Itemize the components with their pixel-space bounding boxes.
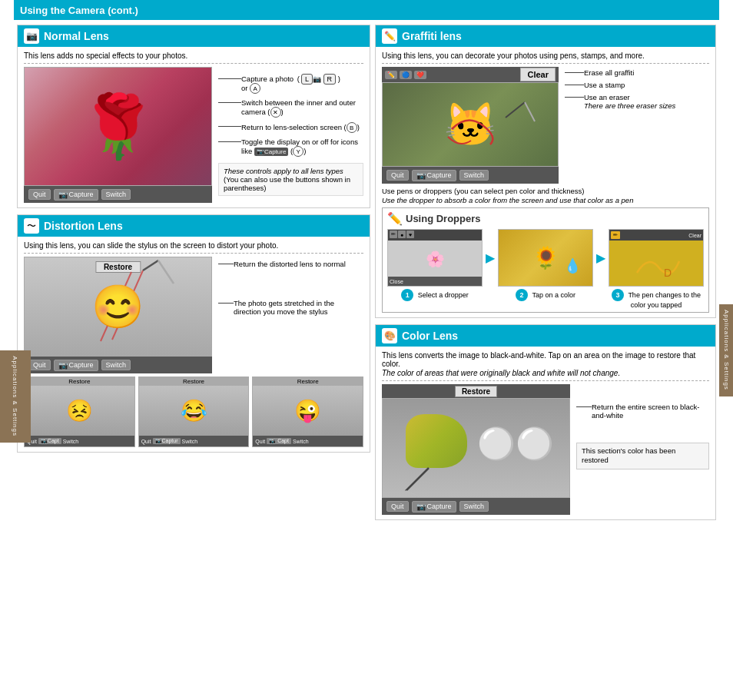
- distortion-lens-title: Distortion Lens: [44, 220, 123, 232]
- normal-lens-section: 📷 Normal Lens This lens adds no special …: [17, 25, 370, 208]
- normal-lens-desc: This lens adds no special effects to you…: [24, 51, 363, 60]
- distortion-annotations: Return the distorted lens to normal The …: [218, 257, 363, 373]
- color-note-annotation: This section's color has been restored: [576, 443, 709, 469]
- thumb-3-capture[interactable]: 📷 Capt: [267, 438, 291, 444]
- color-lens-section: 🎨 Color Lens This lens converts the imag…: [375, 324, 716, 520]
- graffiti-lens-content: Using this lens, you can decorate your p…: [376, 47, 715, 317]
- svg-line-7: [406, 468, 429, 491]
- content-area: 📷 Normal Lens This lens adds no special …: [14, 20, 719, 700]
- annot-line-clear: [565, 72, 584, 73]
- clear-btn-container: Clear: [520, 68, 556, 81]
- capture-button-graffiti[interactable]: 📷 Capture: [412, 170, 456, 181]
- quit-button-distortion[interactable]: Quit: [28, 360, 51, 370]
- cat-image: 🐱: [382, 82, 559, 167]
- dropper-cursor: 💧: [564, 257, 581, 274]
- restore-annotation-text: Return the distorted lens to normal: [234, 260, 346, 268]
- annot-line-restore: [218, 264, 234, 264]
- droppers-title: Using Droppers: [406, 213, 481, 224]
- distortion-image-container: Restore: [24, 257, 212, 373]
- step-3-label: 3 The pen changes to the color you tappe…: [609, 289, 704, 309]
- graffiti-lens-section: ✏️ Graffiti lens Using this lens, you ca…: [375, 25, 716, 318]
- dropper-step-1-img: ✏ ● ♥ 🌸 Close: [387, 229, 483, 287]
- color-lens-icon: 🎨: [382, 328, 397, 343]
- pen-tool-btn[interactable]: ✏️: [385, 71, 397, 79]
- divider4: [382, 380, 709, 381]
- x-button: ✕: [270, 107, 281, 118]
- droppers-content: ✏ ● ♥ 🌸 Close: [387, 229, 704, 309]
- b-button: B: [347, 122, 357, 133]
- thumb-1-capture[interactable]: 📷Capt: [38, 438, 61, 444]
- restore-btn-color[interactable]: Restore: [455, 386, 497, 397]
- r-button: R: [323, 74, 337, 85]
- annot-line-return: [218, 126, 241, 127]
- annot-line-switch: [218, 102, 241, 103]
- distortion-icon: 〜: [24, 218, 39, 234]
- toggle-annotation-text: Toggle the display on or off for icons l…: [241, 138, 363, 157]
- svg-text:D: D: [664, 267, 672, 279]
- rose-image: 🌹: [24, 67, 212, 186]
- thumb-3-face: 😜: [253, 386, 363, 436]
- quit-button-color[interactable]: Quit: [386, 501, 409, 512]
- normal-lens-header: 📷 Normal Lens: [18, 25, 370, 47]
- thumb-3-switch: Switch: [293, 439, 309, 444]
- a-button: A: [250, 83, 260, 94]
- capture-button-distortion[interactable]: 📷 Capture: [54, 360, 98, 371]
- capture-button-color[interactable]: 📷 Capture: [412, 501, 456, 513]
- thumb-2-quit: Quit: [141, 439, 151, 444]
- normal-lens-content: This lens adds no special effects to you…: [18, 47, 370, 207]
- clear-annotation-text: Erase all graffiti: [584, 68, 634, 77]
- annot-line-stamp: [565, 85, 584, 85]
- thumb-2-face: 😂: [139, 386, 249, 436]
- capture-camera-icon4: 📷: [416, 503, 426, 511]
- distortion-lens-desc: Using this lens, you can slide the stylu…: [24, 241, 363, 250]
- clear-button[interactable]: Clear: [520, 68, 556, 81]
- annot-line-stretch: [218, 303, 234, 304]
- color-restore-annotation-text: Return the entire screen to black-and-wh…: [592, 403, 709, 420]
- normal-lens-image-container: 🌹 Quit 📷 Capture: [24, 67, 212, 203]
- thumb-2-bar: Quit 📷Captur Switch: [139, 436, 249, 446]
- switch-button-distortion[interactable]: Switch: [101, 360, 131, 370]
- capture-button-normal[interactable]: 📷 Capture: [54, 189, 98, 201]
- dropper-step-1: ✏ ● ♥ 🌸 Close: [387, 229, 483, 301]
- graffiti-lens-header: ✏️ Graffiti lens: [376, 25, 715, 47]
- switch-annotation: Switch between the inner and outer camer…: [218, 98, 363, 118]
- color-lens-image-container: Restore ⚪⚪: [382, 384, 570, 515]
- switch-button-normal[interactable]: Switch: [101, 189, 131, 200]
- thumb-1-restore: Restore: [25, 377, 134, 386]
- distortion-lens-content: Using this lens, you can slide the stylu…: [18, 237, 370, 452]
- switch-button-graffiti[interactable]: Switch: [459, 170, 489, 181]
- annot-line-eraser: [565, 97, 584, 98]
- heart-tool[interactable]: ❤️: [414, 71, 426, 79]
- stamp-tool-btn[interactable]: 🔵: [400, 71, 412, 79]
- eraser-annotation: Use an eraser There are three eraser siz…: [565, 93, 709, 110]
- using-droppers-section: ✏️ Using Droppers ✏: [382, 207, 709, 313]
- divider3: [382, 63, 709, 64]
- step-number-3: 3: [612, 289, 624, 301]
- color-lens-img: ⚪⚪: [382, 398, 570, 498]
- distortion-lens-header: 〜 Distortion Lens: [18, 215, 370, 237]
- graffiti-lens-title: Graffiti lens: [402, 30, 462, 42]
- thumb-3-quit: Quit: [255, 439, 265, 444]
- thumb-2-capture[interactable]: 📷Captur: [153, 438, 181, 444]
- eraser-annotation-text: Use an eraser There are three eraser siz…: [584, 93, 675, 110]
- return-annotation: Return to lens-selection screen (B): [218, 122, 363, 133]
- thumb-2-switch: Switch: [182, 439, 198, 444]
- graffiti-annotations: Erase all graffiti Use a stamp Use an er…: [565, 67, 709, 184]
- dropper-note: Use the dropper to absorb a color from t…: [382, 196, 709, 204]
- annot-line-toggle: [218, 141, 241, 142]
- capture-annotation: Capture a photo (L📷 R ) or A: [218, 75, 363, 94]
- color-lens-top-bar: Restore: [382, 384, 570, 398]
- pen-note: Use pens or droppers (you can select pen…: [382, 187, 709, 195]
- color-stylus-svg: [383, 399, 570, 498]
- normal-lens-camera-bar: Quit 📷 Capture Switch: [24, 186, 212, 203]
- clear-annotation: Erase all graffiti: [565, 68, 709, 77]
- thumb-1-bar: Quit 📷Capt Switch: [25, 436, 134, 446]
- dropper-step-2: 🌻 💧 2 Tap on a color: [498, 229, 593, 301]
- right-column: ✏️ Graffiti lens Using this lens, you ca…: [375, 25, 716, 697]
- quit-button-graffiti[interactable]: Quit: [386, 170, 409, 181]
- color-restore-annotation: Return the entire screen to black-and-wh…: [576, 403, 709, 420]
- svg-line-4: [506, 102, 525, 118]
- switch-button-color[interactable]: Switch: [459, 501, 489, 512]
- dropper-step-2-img: 🌻 💧: [498, 229, 593, 287]
- quit-button-normal[interactable]: Quit: [28, 189, 51, 200]
